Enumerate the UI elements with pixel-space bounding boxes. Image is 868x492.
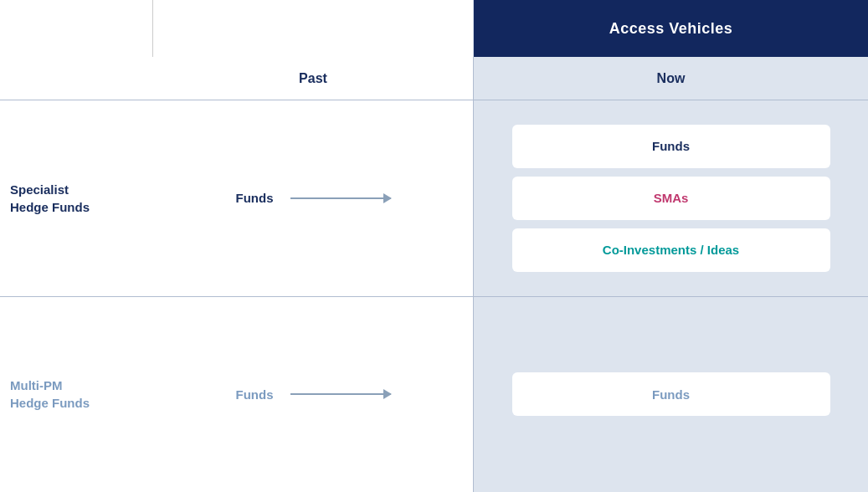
access-vehicles-title: Access Vehicles [609,20,733,38]
specialist-hedge-funds-label: SpecialistHedge Funds [10,181,90,216]
specialist-arrow-line [290,197,391,199]
specialist-hedge-funds-now-cell: Funds SMAs Co-Investments / Ideas [474,100,868,296]
multi-pm-now-funds-label: Funds [652,387,690,402]
specialist-past-label: Funds [236,191,274,205]
multi-pm-arrow [290,393,391,395]
past-label: Past [299,71,327,86]
specialist-now-smas-label: SMAs [654,191,689,205]
specialist-now-box-coinvestments: Co-Investments / Ideas [512,228,830,272]
multi-pm-hedge-funds-past-cell: Funds [153,297,474,493]
multi-pm-hedge-funds-now-cell: Funds [474,297,868,493]
now-column-header: Now [474,57,868,100]
specialist-now-box-funds: Funds [512,125,830,168]
header-row: Access Vehicles [0,0,868,57]
multi-pm-hedge-funds-label: Multi-PMHedge Funds [10,377,90,412]
now-label: Now [657,71,686,86]
header-center-empty [153,0,474,57]
specialist-now-funds-label: Funds [652,139,690,153]
labels-left-empty [0,57,153,100]
specialist-now-coinvestments-label: Co-Investments / Ideas [603,243,739,257]
row-specialist-hedge-funds: SpecialistHedge Funds Funds Funds SMAs C… [0,100,868,297]
main-table: Access Vehicles Past Now SpecialistHedge… [0,0,868,492]
past-column-header: Past [153,57,474,100]
row-multi-pm-hedge-funds: Multi-PMHedge Funds Funds Funds [0,297,868,493]
multi-pm-hedge-funds-label-cell: Multi-PMHedge Funds [0,297,153,493]
specialist-hedge-funds-label-cell: SpecialistHedge Funds [0,100,153,296]
multi-pm-arrow-line [290,393,391,395]
column-labels-row: Past Now [0,57,868,100]
specialist-now-box-smas: SMAs [512,177,830,220]
header-right: Access Vehicles [474,0,868,57]
multi-pm-now-box-funds: Funds [512,372,830,416]
specialist-arrow [290,197,391,199]
header-left-empty [0,0,153,57]
multi-pm-past-content: Funds [236,387,391,402]
specialist-hedge-funds-past-cell: Funds [153,100,474,296]
specialist-past-content: Funds [236,191,391,205]
multi-pm-past-label: Funds [236,387,274,402]
